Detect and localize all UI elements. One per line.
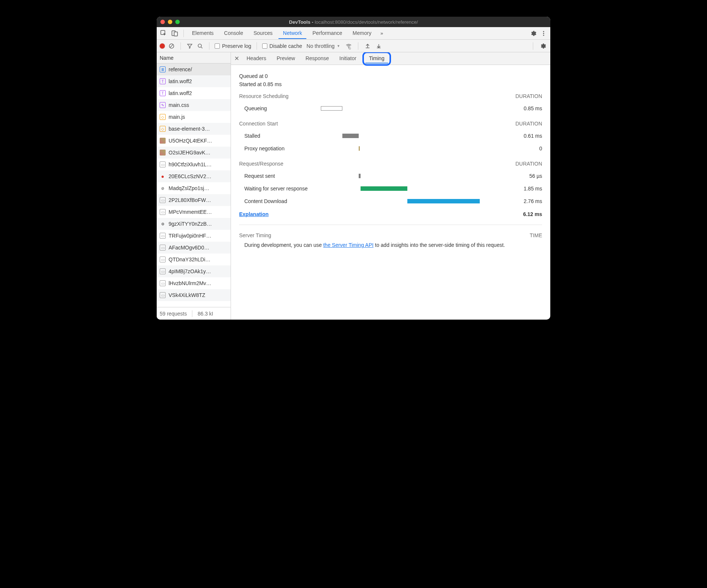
request-row[interactable]: Tlatin.woff2 — [157, 87, 231, 99]
request-row[interactable]: ◇main.js — [157, 111, 231, 123]
request-name: TRFujw0pi0nHF… — [169, 233, 211, 239]
other-icon: ▭ — [160, 209, 166, 215]
detail-tab-preview[interactable]: Preview — [272, 53, 300, 64]
request-name: main.js — [169, 114, 185, 120]
request-row[interactable]: ▭QTDnaY32hLDi… — [157, 254, 231, 265]
request-row[interactable]: ▭4pIMBj7zOAk1y… — [157, 265, 231, 277]
tab-performance[interactable]: Performance — [308, 28, 346, 39]
tab-sources[interactable]: Sources — [249, 28, 277, 39]
window-title: DevTools - localhost:8080/docs/devtools/… — [157, 19, 550, 25]
timing-label: Content Download — [239, 198, 321, 204]
titlebar: DevTools - localhost:8080/docs/devtools/… — [157, 17, 550, 27]
tab-elements[interactable]: Elements — [188, 28, 218, 39]
inspect-element-icon[interactable] — [159, 29, 169, 38]
timing-row: Stalled0.61 ms — [239, 130, 542, 142]
network-conditions-icon[interactable] — [345, 42, 353, 50]
timing-row: Queueing0.85 ms — [239, 102, 542, 115]
request-row[interactable]: Tlatin.woff2 — [157, 75, 231, 87]
request-row[interactable]: ▭TRFujw0pi0nHF… — [157, 230, 231, 242]
request-row[interactable]: ⊘MadqZslZpo1sj… — [157, 182, 231, 194]
record-button[interactable] — [160, 43, 165, 49]
request-row[interactable]: ▭VSk4XiLkW8TZ — [157, 289, 231, 301]
gear-icon: ⚙ — [160, 221, 166, 227]
server-timing-api-link[interactable]: the Server Timing API — [323, 242, 373, 248]
tabs-overflow-icon[interactable]: » — [377, 29, 386, 38]
timing-row: Content Download2.76 ms — [239, 195, 542, 208]
timing-bar-track — [321, 105, 501, 111]
timing-section-connection: Connection StartDURATIONStalled0.61 msPr… — [239, 121, 542, 155]
server-text-pre: During development, you can use — [244, 242, 323, 248]
timing-duration: 0 — [501, 146, 542, 151]
checkbox-icon — [215, 43, 220, 49]
request-row[interactable]: ●20E6CLcSzNV2… — [157, 170, 231, 182]
title-prefix: DevTools - — [289, 19, 313, 25]
other-icon: ▭ — [160, 280, 166, 286]
tab-memory[interactable]: Memory — [348, 28, 376, 39]
request-row[interactable]: ▭h90CtfziXluvh1L… — [157, 159, 231, 170]
throttling-value: No throttling — [307, 43, 335, 49]
timing-duration: 56 µs — [501, 173, 542, 179]
js-icon: ◇ — [160, 126, 166, 132]
request-name: main.css — [169, 102, 189, 108]
preserve-log-checkbox[interactable]: Preserve log — [215, 43, 251, 49]
request-name: AFacMOgv6D0… — [169, 245, 209, 251]
request-row[interactable]: ▭2P2L80XfBoFW… — [157, 194, 231, 206]
timing-section-scheduling: Resource SchedulingDURATIONQueueing0.85 … — [239, 93, 542, 115]
started-at: Started at 0.85 ms — [239, 81, 542, 87]
tab-network[interactable]: Network — [278, 28, 306, 39]
detail-tab-initiator[interactable]: Initiator — [335, 53, 361, 64]
request-row[interactable]: ▭AFacMOgv6D0… — [157, 242, 231, 254]
timing-bar-track — [321, 173, 501, 179]
request-row[interactable]: U5OHzQL4tEKF… — [157, 135, 231, 147]
status-transfer: 86.3 kI — [198, 311, 213, 317]
detail-tab-timing[interactable]: Timing — [365, 54, 388, 63]
request-row[interactable]: ⚙9gzXiTYY0nZzB… — [157, 218, 231, 230]
disable-cache-checkbox[interactable]: Disable cache — [262, 43, 302, 49]
network-toolbar: Preserve log Disable cache No throttling… — [157, 40, 550, 52]
request-row[interactable]: O2sIJEHG9avK… — [157, 147, 231, 159]
svg-line-7 — [170, 45, 173, 48]
timing-label: Waiting for server response — [239, 186, 321, 192]
request-row[interactable]: ✎main.css — [157, 99, 231, 111]
settings-gear-icon[interactable] — [529, 29, 538, 38]
request-row[interactable]: ≣reference/ — [157, 63, 231, 75]
network-body: Name ≣reference/Tlatin.woff2Tlatin.woff2… — [157, 52, 550, 320]
filter-icon[interactable] — [186, 42, 193, 50]
explanation-link[interactable]: Explanation — [239, 211, 268, 217]
other-icon: ▭ — [160, 233, 166, 239]
close-detail-icon[interactable]: ✕ — [232, 55, 241, 63]
timing-duration: 2.76 ms — [501, 198, 542, 204]
throttling-select[interactable]: No throttling ▼ — [305, 43, 342, 49]
clear-icon[interactable] — [168, 42, 175, 50]
server-timing-time-label: TIME — [530, 232, 542, 238]
divider — [533, 42, 533, 50]
export-har-icon[interactable] — [375, 42, 383, 50]
divider — [183, 30, 184, 37]
kebab-menu-icon[interactable] — [539, 29, 548, 38]
zoom-window-button[interactable] — [175, 20, 180, 24]
request-row[interactable]: ◇base-element-3… — [157, 123, 231, 135]
column-header-name[interactable]: Name — [157, 52, 231, 63]
import-har-icon[interactable] — [364, 42, 372, 50]
search-icon[interactable] — [196, 42, 204, 50]
other-icon: ▭ — [160, 257, 166, 262]
tab-console[interactable]: Console — [219, 28, 247, 39]
request-rows: ≣reference/Tlatin.woff2Tlatin.woff2✎main… — [157, 63, 231, 307]
other-icon: ▭ — [160, 268, 166, 274]
blocked-icon: ⊘ — [160, 185, 166, 191]
font-icon: T — [160, 90, 166, 96]
detail-tabstrip: ✕ Headers Preview Response Initiator Tim… — [231, 52, 550, 65]
js-icon: ◇ — [160, 114, 166, 120]
close-window-button[interactable] — [160, 20, 165, 24]
detail-tab-headers[interactable]: Headers — [242, 53, 271, 64]
network-settings-gear-icon[interactable] — [538, 42, 547, 50]
request-row[interactable]: ▭MPcVmmemtEE… — [157, 206, 231, 218]
minimize-window-button[interactable] — [168, 20, 172, 24]
request-row[interactable]: ▭lHvzbNUlrm2Mv… — [157, 277, 231, 289]
request-detail: ✕ Headers Preview Response Initiator Tim… — [231, 52, 550, 320]
device-toggle-icon[interactable] — [170, 29, 180, 38]
panel-tabstrip: Elements Console Sources Network Perform… — [157, 27, 550, 40]
detail-tab-response[interactable]: Response — [301, 53, 333, 64]
request-name: MPcVmmemtEE… — [169, 209, 212, 215]
status-requests: 59 requests — [160, 311, 187, 317]
